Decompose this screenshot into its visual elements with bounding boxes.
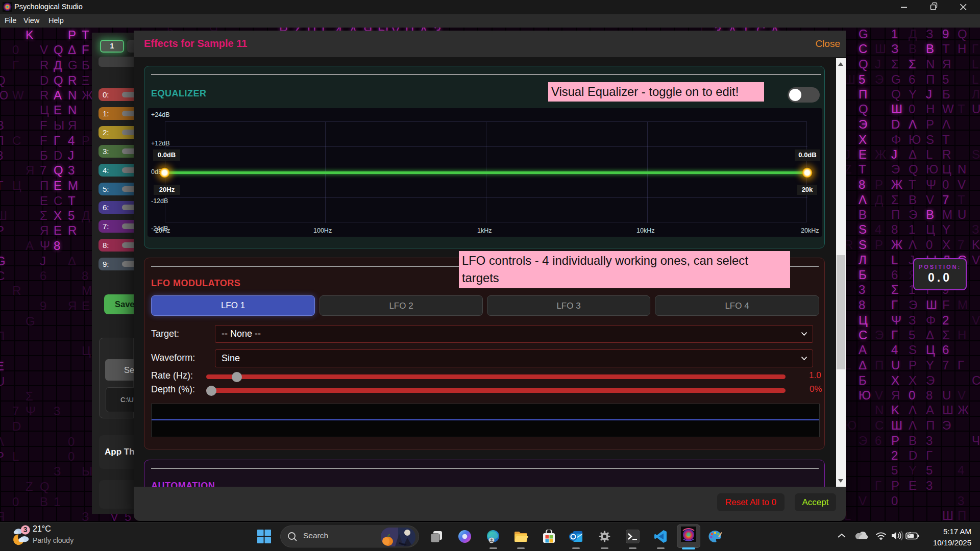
svg-text:3: 3 (23, 526, 28, 534)
